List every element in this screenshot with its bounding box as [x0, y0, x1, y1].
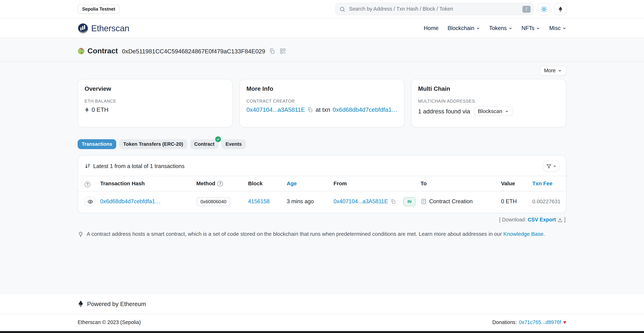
- eth-balance-label: ETH BALANCE: [85, 99, 226, 104]
- qr-code-icon: [280, 48, 286, 54]
- from-address-link[interactable]: 0x407104...a3A5811E: [334, 198, 388, 204]
- multichain-addresses-label: MULTICHAIN ADDRESSES: [418, 99, 559, 104]
- filter-button[interactable]: [543, 161, 559, 171]
- table-header-row: ? Transaction Hash Method? Block Age Fro…: [78, 176, 566, 191]
- qr-code-button[interactable]: [279, 47, 286, 55]
- footer: Powered by Ethereum Etherscan © 2023 (Se…: [0, 293, 644, 331]
- nav-item-label: Misc: [549, 25, 560, 31]
- lightbulb-icon: [78, 230, 84, 237]
- tab-token-transfers[interactable]: Token Transfers (ERC-20): [119, 139, 187, 149]
- tab-events[interactable]: Events: [222, 139, 246, 149]
- page-title: Contract: [88, 47, 118, 56]
- card-title: Multi Chain: [418, 85, 559, 92]
- chevron-down-icon: [552, 164, 556, 168]
- theme-toggle-button[interactable]: [538, 3, 550, 15]
- note-suffix: .: [544, 230, 545, 237]
- search-box[interactable]: /: [335, 3, 534, 15]
- more-info-card: More Info CONTRACT CREATOR 0x407104...a3…: [240, 79, 405, 128]
- tx-hash-link[interactable]: 0x6d68db4d7cebfdfa1…: [100, 198, 161, 204]
- brand-name: Etherscan: [91, 23, 129, 33]
- copyright-text: Etherscan © 2023 (Sepolia): [78, 319, 141, 325]
- slash-shortcut-key: /: [522, 6, 530, 12]
- col-method: Method?: [193, 176, 245, 191]
- card-title: More Info: [246, 85, 398, 92]
- nav-item-label: Home: [424, 25, 438, 31]
- verified-check-icon: [215, 136, 221, 142]
- to-text: Contract Creation: [429, 198, 473, 204]
- col-from: From: [330, 176, 400, 191]
- overview-card: Overview ETH BALANCE 0 ETH: [78, 79, 233, 128]
- funnel-icon: [546, 163, 552, 169]
- note-text: A contract address hosts a smart contrac…: [86, 230, 503, 237]
- table-row: 0x6d68db4d7cebfdfa1… 0x60806040 4156158 …: [78, 191, 566, 212]
- eth-balance-value: 0 ETH: [92, 106, 108, 113]
- col-txn-fee[interactable]: Txn Fee: [529, 176, 566, 191]
- chevron-down-icon: [508, 26, 512, 30]
- copy-icon: [269, 48, 275, 54]
- col-transaction-hash: Transaction Hash: [97, 176, 193, 191]
- transactions-table: ? Transaction Hash Method? Block Age Fro…: [78, 176, 566, 212]
- nav-item-home[interactable]: Home: [424, 25, 438, 31]
- nav-items: Home Blockchain Tokens NFTs Misc: [424, 25, 566, 31]
- col-method-label: Method: [196, 180, 216, 186]
- nav-item-nfts[interactable]: NFTs: [522, 25, 540, 31]
- col-age[interactable]: Age: [283, 176, 330, 191]
- tab-transactions[interactable]: Transactions: [78, 139, 116, 149]
- help-icon[interactable]: ?: [85, 181, 90, 187]
- more-button-label: More: [544, 68, 556, 74]
- eth-diamond-icon: [85, 107, 89, 112]
- top-bar: Sepolia Testnet /: [0, 0, 644, 18]
- tab-label: Transactions: [82, 141, 112, 147]
- ethereum-icon: [557, 6, 563, 12]
- bottom-strip: [0, 331, 644, 333]
- sun-icon: [540, 6, 547, 12]
- download-suffix: ]: [564, 217, 566, 222]
- search-input[interactable]: [348, 6, 520, 12]
- at-txn-text: at txn: [316, 106, 330, 113]
- donations-label: Donations:: [492, 319, 517, 325]
- network-menu-button[interactable]: [554, 3, 566, 15]
- chevron-down-icon: [562, 26, 566, 30]
- txn-fee-text: 0.00227631: [532, 198, 560, 204]
- block-link[interactable]: 4156158: [248, 198, 270, 204]
- nav-item-label: Blockchain: [448, 25, 474, 31]
- contract-creator-label: CONTRACT CREATOR: [246, 99, 398, 104]
- knowledge-base-link[interactable]: Knowledge Base: [503, 230, 544, 237]
- copy-address-button[interactable]: [268, 47, 276, 55]
- eye-icon: [87, 198, 93, 204]
- donations: Donations: 0x71c765...d8976f ♥: [492, 319, 566, 325]
- nav-item-label: NFTs: [522, 25, 534, 31]
- creation-txn-link[interactable]: 0x6d68db4d7cebfdfa1…: [332, 106, 398, 113]
- main-content: Contract 0xDe511981CC4C5946824867E0f479a…: [0, 38, 644, 293]
- direction-badge: IN: [404, 197, 416, 206]
- search-icon: [339, 6, 345, 12]
- page: Sepolia Testnet /: [0, 0, 644, 333]
- tab-label: Token Transfers (ERC-20): [123, 141, 183, 147]
- preview-transaction-button[interactable]: [85, 196, 96, 206]
- tab-contract[interactable]: Contract: [190, 139, 219, 149]
- copy-icon[interactable]: [390, 199, 396, 204]
- download-icon: [558, 218, 564, 224]
- nav-item-tokens[interactable]: Tokens: [489, 25, 512, 31]
- copy-icon[interactable]: [308, 107, 313, 112]
- creator-address-link[interactable]: 0x407104...a3A5811E: [246, 106, 305, 113]
- blockscan-button[interactable]: Blockscan: [474, 106, 513, 116]
- nav-item-blockchain[interactable]: Blockchain: [448, 25, 480, 31]
- powered-by-text: Powered by Ethereum: [87, 300, 146, 307]
- csv-export-link[interactable]: CSV Export: [528, 217, 556, 222]
- value-text: 0 ETH: [501, 198, 517, 204]
- contract-address: 0xDe511981CC4C5946824867E0f479aC133F84E0…: [122, 48, 265, 54]
- etherscan-logo-icon: [78, 23, 88, 34]
- address-identicon: [78, 48, 85, 55]
- method-badge[interactable]: 0x60806040: [196, 197, 230, 206]
- etherscan-logo[interactable]: Etherscan: [78, 23, 129, 34]
- card-title: Overview: [85, 85, 226, 92]
- tabs: Transactions Token Transfers (ERC-20) Co…: [78, 139, 566, 149]
- sort-icon: [85, 163, 91, 169]
- donation-address-link[interactable]: 0x71c765...d8976f: [519, 319, 561, 325]
- help-icon[interactable]: ?: [218, 180, 223, 186]
- nav-item-misc[interactable]: Misc: [549, 25, 566, 31]
- more-button[interactable]: More: [540, 66, 566, 76]
- nav-item-label: Tokens: [489, 25, 507, 31]
- network-badge: Sepolia Testnet: [78, 4, 120, 14]
